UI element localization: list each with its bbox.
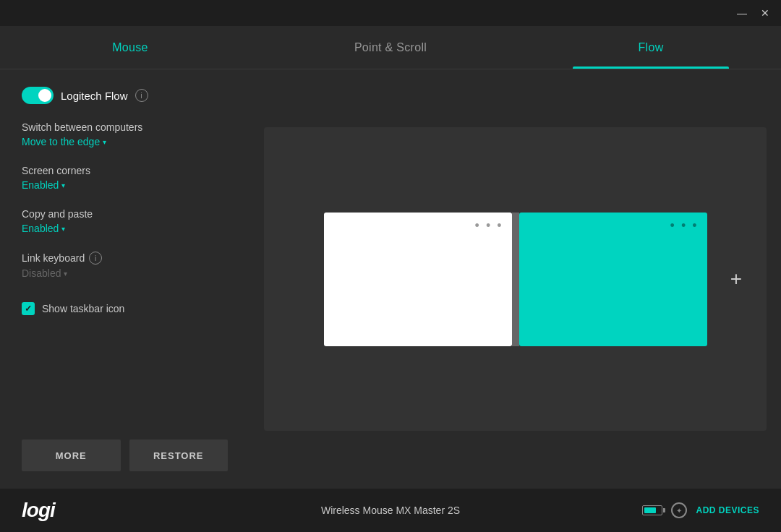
link-keyboard-setting: Link keyboard i Disabled ▾: [22, 252, 228, 279]
flow-visualization-area: • • • • • • +: [264, 127, 767, 431]
logitech-flow-toggle[interactable]: [22, 87, 54, 104]
footer-device-name: Wireless Mouse MX Master 2S: [321, 505, 460, 516]
tab-point-scroll[interactable]: Point & Scroll: [260, 26, 521, 69]
add-computer-button[interactable]: +: [723, 266, 749, 292]
screen-2-dots: • • •: [670, 218, 699, 233]
main-content: Logitech Flow i Switch between computers…: [0, 69, 781, 489]
battery-icon: [642, 505, 662, 515]
battery-body: [642, 505, 662, 515]
bottom-buttons: MORE RESTORE: [22, 428, 228, 471]
link-keyboard-info-icon[interactable]: i: [89, 252, 102, 265]
footer: logi Wireless Mouse MX Master 2S ✦ ADD D…: [0, 489, 781, 532]
screen-1[interactable]: • • •: [324, 213, 512, 346]
link-keyboard-value[interactable]: Disabled ▾: [22, 267, 228, 279]
link-keyboard-chevron-icon: ▾: [64, 270, 67, 278]
minimize-button[interactable]: —: [732, 5, 752, 21]
taskbar-icon-row: Show taskbar icon: [22, 302, 228, 315]
right-panel: • • • • • • +: [249, 69, 781, 489]
copy-paste-title: Copy and paste: [22, 208, 228, 220]
taskbar-icon-label: Show taskbar icon: [42, 303, 124, 314]
screens-container: • • • • • •: [324, 213, 707, 346]
logi-logo: logi: [22, 499, 55, 522]
tab-bar: Mouse Point & Scroll Flow: [0, 26, 781, 69]
restore-button[interactable]: RESTORE: [129, 439, 229, 471]
add-devices-button[interactable]: ADD DEVICES: [696, 505, 759, 515]
taskbar-icon-checkbox[interactable]: [22, 302, 35, 315]
more-button[interactable]: MORE: [22, 439, 121, 471]
battery-fill: [644, 507, 655, 513]
switch-computers-title: Switch between computers: [22, 121, 228, 133]
screen-corners-chevron-icon: ▾: [61, 181, 65, 189]
connect-icon: ✦: [671, 502, 687, 518]
switch-computers-chevron-icon: ▾: [103, 138, 106, 146]
screen-corners-value[interactable]: Enabled ▾: [22, 179, 228, 191]
tab-flow[interactable]: Flow: [521, 26, 781, 69]
copy-paste-setting: Copy and paste Enabled ▾: [22, 208, 228, 234]
copy-paste-chevron-icon: ▾: [61, 225, 65, 233]
logitech-flow-info-icon[interactable]: i: [135, 89, 148, 102]
tab-mouse[interactable]: Mouse: [0, 26, 260, 69]
switch-computers-setting: Switch between computers Move to the edg…: [22, 121, 228, 147]
screen-2[interactable]: • • •: [519, 213, 707, 346]
left-panel: Logitech Flow i Switch between computers…: [0, 69, 249, 489]
close-button[interactable]: ✕: [755, 5, 775, 21]
screen-corners-setting: Screen corners Enabled ▾: [22, 165, 228, 191]
switch-computers-value[interactable]: Move to the edge ▾: [22, 136, 228, 147]
logitech-flow-label: Logitech Flow: [61, 90, 128, 102]
screen-corners-title: Screen corners: [22, 165, 228, 176]
screen-divider: [512, 213, 519, 346]
footer-right: ✦ ADD DEVICES: [642, 502, 759, 518]
logitech-flow-toggle-row: Logitech Flow i: [22, 87, 228, 104]
screen-1-dots: • • •: [475, 218, 503, 233]
title-bar: — ✕: [0, 0, 781, 26]
copy-paste-value[interactable]: Enabled ▾: [22, 223, 228, 234]
link-keyboard-title: Link keyboard i: [22, 252, 228, 265]
